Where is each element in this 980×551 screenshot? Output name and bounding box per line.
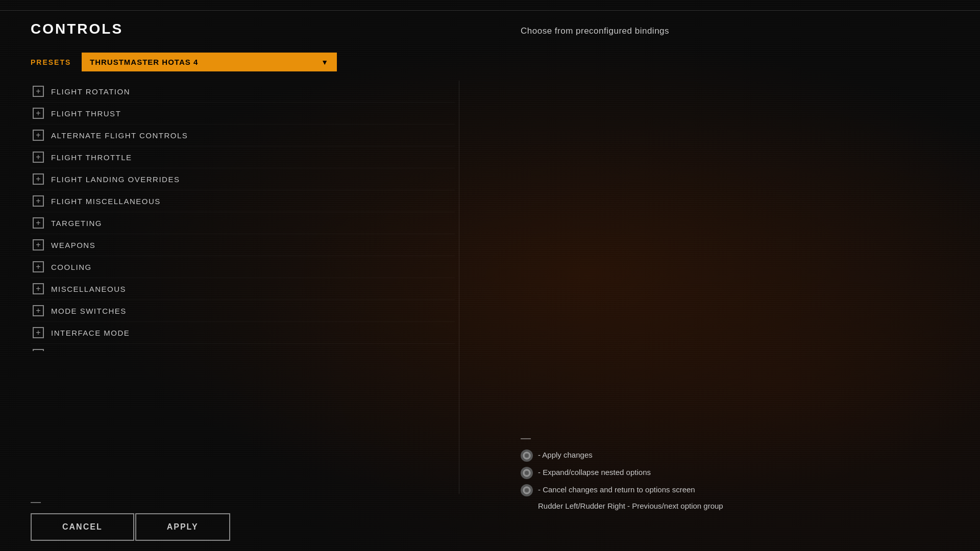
apply-icon (521, 449, 533, 462)
list-item-alternate-flight-controls[interactable]: +ALTERNATE FLIGHT CONTROLS (31, 124, 455, 146)
page-title: CONTROLS (31, 21, 459, 37)
expand-plus-icon: + (33, 108, 44, 119)
list-item-interface-mode[interactable]: +INTERFACE MODE (31, 322, 455, 344)
list-item-label: TARGETING (51, 219, 102, 228)
expand-plus-icon: + (33, 327, 44, 338)
hint-apply-text: - Apply changes (538, 449, 593, 461)
right-top: Choose from preconfigured bindings (521, 21, 949, 36)
expand-plus-icon: + (33, 283, 44, 294)
expand-plus-icon: + (33, 195, 44, 207)
list-item-flight-throttle[interactable]: +FLIGHT THROTTLE (31, 146, 455, 168)
expand-plus-icon: + (33, 152, 44, 163)
expand-plus-icon: + (33, 217, 44, 229)
hint-cancel: - Cancel changes and return to options s… (521, 484, 949, 496)
list-item-label: FLIGHT THROTTLE (51, 153, 132, 162)
list-item-label: MISCELLANEOUS (51, 285, 126, 293)
cancel-icon (521, 484, 533, 496)
expand-plus-icon: + (33, 86, 44, 97)
list-item-label: FLIGHT LANDING OVERRIDES (51, 175, 180, 184)
list-item-label: MODE SWITCHES (51, 307, 127, 315)
list-item-weapons[interactable]: +WEAPONS (31, 234, 455, 256)
list-item-label: FLIGHT MISCELLANEOUS (51, 197, 161, 206)
svg-point-1 (525, 454, 529, 458)
svg-point-5 (525, 488, 529, 492)
hint-cancel-text: - Cancel changes and return to options s… (538, 484, 695, 496)
apply-button[interactable]: APPLY (135, 513, 230, 541)
hint-apply: - Apply changes (521, 449, 949, 462)
expand-plus-icon: + (33, 305, 44, 316)
left-panel: CONTROLS PRESETS THRUSTMASTER HOTAS 4 ▼ … (0, 21, 490, 551)
list-item-flight-thrust[interactable]: +FLIGHT THRUST (31, 103, 455, 124)
bottom-divider (31, 502, 41, 503)
hint-expand: - Expand/collapse nested options (521, 467, 949, 479)
list-item-miscellaneous[interactable]: +MISCELLANEOUS (31, 278, 455, 300)
preset-dropdown[interactable]: THRUSTMASTER HOTAS 4 ▼ (82, 53, 337, 71)
presets-label: PRESETS (31, 58, 71, 66)
controls-list[interactable]: +FLIGHT ROTATION+FLIGHT THRUST+ALTERNATE… (31, 81, 459, 351)
list-item-label: HEADLOOK MODE (51, 350, 129, 352)
list-item-cooling[interactable]: +COOLING (31, 256, 455, 278)
preconfigured-bindings-text: Choose from preconfigured bindings (521, 26, 949, 36)
svg-point-3 (525, 471, 529, 475)
controls-list-wrapper: +FLIGHT ROTATION+FLIGHT THRUST+ALTERNATE… (31, 81, 459, 494)
list-item-flight-miscellaneous[interactable]: +FLIGHT MISCELLANEOUS (31, 190, 455, 212)
preset-selected-value: THRUSTMASTER HOTAS 4 (90, 58, 198, 66)
expand-icon (521, 467, 533, 479)
main-content: CONTROLS PRESETS THRUSTMASTER HOTAS 4 ▼ … (0, 11, 980, 551)
expand-plus-icon: + (33, 261, 44, 272)
list-item-label: INTERFACE MODE (51, 329, 130, 337)
chevron-down-icon: ▼ (321, 58, 329, 66)
hint-expand-text: - Expand/collapse nested options (538, 467, 651, 479)
right-bottom: - Apply changes - Expand/collapse nested… (521, 438, 949, 551)
list-item-label: WEAPONS (51, 241, 95, 249)
right-panel: Choose from preconfigured bindings - App… (490, 21, 980, 551)
list-item-targeting[interactable]: +TARGETING (31, 212, 455, 234)
list-item-mode-switches[interactable]: +MODE SWITCHES (31, 300, 455, 322)
right-bottom-divider (521, 438, 531, 439)
cancel-button[interactable]: CANCEL (31, 513, 134, 541)
expand-plus-icon: + (33, 239, 44, 251)
action-buttons: CANCEL APPLY (31, 513, 459, 541)
expand-plus-icon: + (33, 130, 44, 141)
presets-row: PRESETS THRUSTMASTER HOTAS 4 ▼ (31, 53, 459, 71)
list-item-flight-landing-overrides[interactable]: +FLIGHT LANDING OVERRIDES (31, 168, 455, 190)
expand-plus-icon: + (33, 349, 44, 351)
list-item-flight-rotation[interactable]: +FLIGHT ROTATION (31, 81, 455, 103)
list-item-label: COOLING (51, 263, 92, 271)
hint-rudder-text: Rudder Left/Rudder Right - Previous/next… (538, 502, 949, 510)
expand-plus-icon: + (33, 173, 44, 185)
list-item-label: FLIGHT THRUST (51, 109, 121, 118)
page-container: CONTROLS PRESETS THRUSTMASTER HOTAS 4 ▼ … (0, 0, 980, 551)
list-item-headlook-mode[interactable]: +HEADLOOK MODE (31, 344, 455, 351)
list-item-label: FLIGHT ROTATION (51, 87, 130, 96)
list-item-label: ALTERNATE FLIGHT CONTROLS (51, 131, 188, 140)
